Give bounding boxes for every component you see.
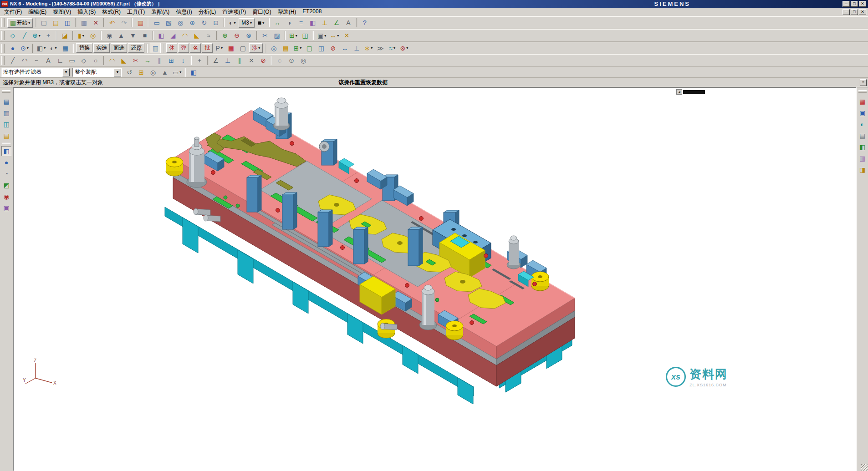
parallel-constraint-icon[interactable]: ∥	[234, 56, 245, 66]
quick-extend-icon[interactable]: →	[142, 56, 153, 66]
constraint-navigator-icon[interactable]: ◫	[1, 119, 11, 129]
no-constraint-icon[interactable]: ⊘	[258, 56, 269, 66]
move-object-icon[interactable]: ↔	[272, 18, 283, 28]
selection-scope-dropdown-icon[interactable]: ▼	[114, 68, 121, 76]
open-file-icon[interactable]: ▤	[50, 18, 61, 28]
templates-palette-icon[interactable]: ▣	[1, 203, 11, 213]
roles-palette-icon[interactable]: ◉	[1, 192, 11, 202]
command-finder-icon[interactable]: ▦	[135, 18, 146, 28]
object-color-swatch[interactable]: ■▾	[255, 18, 266, 28]
column-display-button[interactable]: ▥	[150, 43, 161, 53]
menu-analysis[interactable]: 分析(L)	[195, 7, 220, 17]
menu-format[interactable]: 格式(R)	[99, 7, 124, 17]
boss-icon[interactable]: ▲	[116, 30, 127, 41]
minimize-button[interactable]: ─	[842, 1, 850, 7]
touch-mode-icon[interactable]: ▦	[858, 96, 868, 106]
graphics-window[interactable]: ◄ Z X Y xs 资料网 ZL.XS1616.COM	[13, 87, 856, 471]
intersection-icon[interactable]: ✕	[246, 56, 257, 66]
suppress-component-icon[interactable]: ⊘	[327, 43, 338, 53]
sketch-point-icon[interactable]: +	[194, 56, 205, 66]
selection-scope-combo[interactable]: 整个装配 ▼	[72, 68, 122, 77]
measure-icon[interactable]: ∠	[331, 18, 342, 28]
xiu-macro-button[interactable]: 休	[166, 43, 177, 53]
menu-insert[interactable]: 插入(S)	[74, 7, 99, 17]
perpendicular-constraint-icon[interactable]: ⊥	[222, 56, 233, 66]
child-minimize-button[interactable]: ─	[842, 9, 850, 15]
edge-blend-icon[interactable]: ◠	[179, 30, 190, 41]
view-section-icon[interactable]: ◧	[307, 18, 318, 28]
fit-view-icon[interactable]: ⊡	[210, 18, 221, 28]
project-curve-icon[interactable]: ↓	[178, 56, 189, 66]
chamfer-icon[interactable]: ◣	[191, 30, 202, 41]
reuse-library-icon[interactable]: ◧	[1, 146, 11, 156]
menu-window[interactable]: 窗口(O)	[249, 7, 274, 17]
rectangle-select-icon[interactable]: ▭	[151, 18, 162, 28]
line-icon[interactable]: ╱	[7, 56, 18, 66]
subtract-icon[interactable]: ⊖	[231, 30, 242, 41]
part-navigator-icon[interactable]: ▤	[1, 131, 11, 141]
datum-plane-icon[interactable]: ◇	[7, 30, 18, 41]
menu-view[interactable]: 视图(V)	[50, 7, 74, 17]
solid-select-button[interactable]: 实选	[93, 43, 110, 53]
navigator-collapse-button[interactable]: ◄	[676, 89, 682, 95]
add-to-selection-icon[interactable]: ⊞	[136, 67, 147, 77]
derived-line-icon[interactable]: ∠	[210, 56, 221, 66]
point-icon[interactable]: +	[43, 30, 54, 41]
pad-icon[interactable]: ■	[139, 30, 150, 41]
interference-check-icon[interactable]: ⊗▾	[398, 43, 409, 53]
history-palette-icon[interactable]: ◔	[1, 169, 11, 179]
selection-rectangle-icon[interactable]: ▭▾	[171, 67, 183, 77]
profile-icon[interactable]: ∟	[55, 56, 66, 66]
pi-macro-button[interactable]: 批	[202, 43, 213, 53]
selection-filter-dropdown-icon[interactable]: ▼	[62, 68, 70, 76]
offset-curve-icon[interactable]: ∥	[154, 56, 165, 66]
menu-et2008[interactable]: ET2008	[299, 7, 325, 17]
guide-roller[interactable]	[319, 142, 329, 152]
navigator-resize-bar[interactable]	[683, 90, 705, 94]
rotate-view-icon[interactable]: ↻	[199, 18, 209, 28]
note-icon[interactable]: A	[343, 18, 354, 28]
system-materials-icon[interactable]: ◩	[1, 180, 11, 190]
restore-button[interactable]: 还原	[128, 43, 144, 53]
highlight-selection-icon[interactable]: ◎	[148, 67, 158, 77]
preferences-shortcut-icon[interactable]: ◨	[858, 165, 868, 175]
tile-windows-icon[interactable]: ▤	[1, 96, 11, 106]
shell-icon[interactable]: ◧	[156, 30, 167, 41]
start-menu-button[interactable]: ▦开始▾	[7, 18, 33, 28]
render-style-icon[interactable]: ◐▾	[48, 43, 59, 53]
draft-icon[interactable]: ◢	[168, 30, 179, 41]
pr-tool-icon[interactable]: P▾	[214, 43, 225, 53]
delete-face-icon[interactable]: ✕	[341, 30, 352, 41]
child-close-button[interactable]: ✕	[859, 9, 866, 15]
window-tool-icon[interactable]: ▢	[237, 43, 248, 53]
selection-filter-icon[interactable]: ▧	[163, 18, 174, 28]
save-icon[interactable]: ◫	[62, 18, 73, 28]
shaded-display-icon[interactable]: ◐▾	[227, 18, 238, 28]
die-assembly-model[interactable]	[14, 88, 856, 471]
rectangle-icon[interactable]: ▭	[66, 56, 77, 66]
tan-macro-button[interactable]: 弹	[178, 43, 189, 53]
wcs-icon[interactable]: ⊥	[319, 18, 330, 28]
find-component-icon[interactable]: ◎	[268, 43, 279, 53]
help-icon[interactable]: ?	[359, 18, 370, 28]
up-one-level-icon[interactable]: ▲	[159, 67, 170, 77]
menu-help[interactable]: 帮助(H)	[275, 7, 300, 17]
delete-icon[interactable]: ✕	[90, 18, 101, 28]
assembly-navigator-icon[interactable]: ▦	[1, 108, 11, 118]
move-component-icon[interactable]: ↔	[339, 43, 350, 53]
chamfer-curve-icon[interactable]: ◣	[118, 56, 129, 66]
wave-geometry-icon[interactable]: ≈▾	[387, 43, 398, 53]
split-body-icon[interactable]: ▨	[271, 30, 282, 41]
resize-grip[interactable]	[861, 464, 868, 471]
hd3d-tools-icon[interactable]: ●	[1, 157, 11, 167]
arc-icon[interactable]: ◠	[19, 56, 30, 66]
orient-view-icon[interactable]: ◧▾	[36, 43, 47, 53]
sequence-icon[interactable]: ≫	[375, 43, 386, 53]
selection-ball-icon[interactable]: ●	[7, 43, 18, 53]
undo-icon[interactable]: ↶	[107, 18, 117, 28]
prompt-options-button[interactable]: ≡	[860, 79, 867, 86]
menu-tools[interactable]: 工具(T)	[124, 7, 148, 17]
pattern-curve-icon[interactable]: ⊞	[166, 56, 177, 66]
zoom-icon[interactable]: ◎	[175, 18, 186, 28]
mirror-feature-icon[interactable]: ◫	[300, 30, 311, 41]
